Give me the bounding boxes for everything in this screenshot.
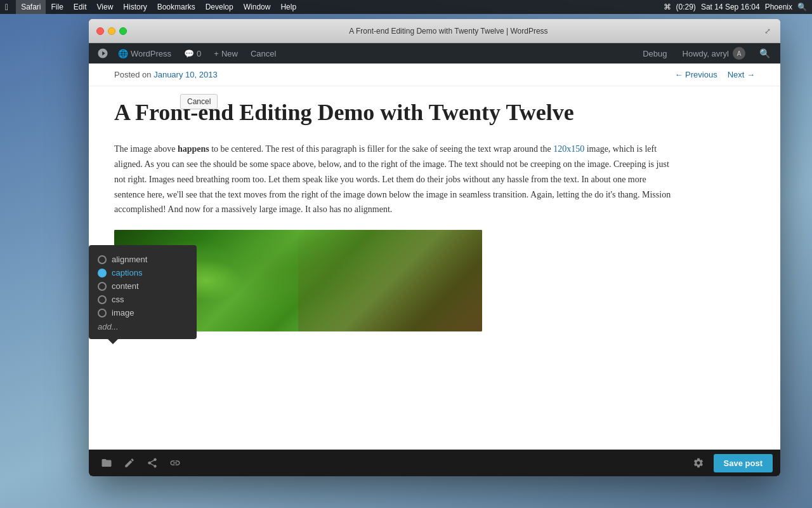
wp-logo-svg — [97, 48, 108, 59]
content-label: content — [112, 281, 139, 291]
alignment-icon — [98, 255, 107, 264]
wordpress-logo[interactable] — [94, 43, 112, 64]
admin-bar-cancel[interactable]: Cancel — [244, 43, 282, 64]
post-date-link[interactable]: January 10, 2013 — [154, 70, 217, 79]
howdy-label: Howdy, avryl — [683, 49, 729, 58]
menu-bookmarks[interactable]: Bookmarks — [152, 0, 200, 14]
content-icon — [98, 282, 107, 291]
admin-search-icon[interactable]: 🔍 — [754, 48, 775, 58]
image-icon — [98, 309, 107, 318]
browser-window: A Front-end Editing Demo with Twenty Twe… — [89, 19, 780, 476]
post-nav-links: ← Previous Next → — [674, 70, 755, 79]
menu-help[interactable]: Help — [275, 0, 301, 14]
datetime: Sat 14 Sep 16:04 — [701, 3, 760, 11]
menu-history[interactable]: History — [118, 0, 152, 14]
panel-item-content[interactable]: content — [98, 279, 188, 293]
site-name: WordPress — [131, 49, 171, 58]
menu-safari[interactable]: Safari — [16, 0, 46, 14]
menu-file[interactable]: File — [46, 0, 68, 14]
image-size-link[interactable]: 120x150 — [553, 144, 584, 154]
panel-add[interactable]: add... — [98, 322, 188, 331]
admin-bar-right: Debug Howdy, avryl A 🔍 — [636, 47, 775, 60]
new-label: New — [221, 49, 238, 58]
menu-develop[interactable]: Develop — [200, 0, 239, 14]
settings-button[interactable] — [688, 453, 709, 473]
image-label: image — [112, 308, 134, 318]
editing-panel: alignment captions content css — [89, 245, 197, 339]
menubar-right: ⌘ (0:29) Sat 14 Sep 16:04 Phoenix 🔍 — [664, 3, 807, 11]
browser-content: Posted on January 10, 2013 ← Previous Ne… — [89, 64, 780, 476]
folder-tool-button[interactable] — [96, 453, 117, 473]
captions-icon — [98, 269, 107, 277]
previous-post-link[interactable]: ← Previous — [674, 70, 717, 79]
admin-bar-site[interactable]: 🌐 WordPress — [112, 43, 178, 64]
cancel-overlay-button[interactable]: Cancel — [180, 94, 218, 109]
admin-bar-new[interactable]: + New — [207, 43, 244, 64]
admin-bar-comments[interactable]: 💬 0 — [178, 43, 207, 64]
browser-title: A Front-end Editing Demo with Twenty Twe… — [134, 27, 763, 36]
post-main: Cancel A Front-end Editing Demo with Twe… — [89, 86, 698, 357]
posted-on-label: Posted on — [114, 70, 152, 79]
panel-item-image[interactable]: image — [98, 306, 188, 319]
location: Phoenix — [765, 3, 792, 11]
user-avatar: A — [733, 47, 745, 60]
bold-text: happens — [178, 144, 209, 154]
save-post-button[interactable]: Save post — [714, 454, 773, 472]
captions-label: captions — [112, 268, 142, 277]
next-post-link[interactable]: Next → — [728, 70, 755, 79]
share-tool-button[interactable] — [142, 453, 162, 473]
browser-titlebar: A Front-end Editing Demo with Twenty Twe… — [89, 19, 780, 43]
debug-link[interactable]: Debug — [636, 49, 673, 58]
folder-icon — [101, 457, 112, 469]
traffic-lights — [96, 27, 127, 35]
close-button[interactable] — [96, 27, 104, 35]
post-paragraph: The image above happens to be centered. … — [114, 142, 672, 217]
share-icon — [147, 457, 158, 469]
css-label: css — [112, 295, 124, 304]
mac-menubar:  Safari File Edit View History Bookmark… — [0, 0, 812, 14]
panel-item-alignment[interactable]: alignment — [98, 253, 188, 266]
battery-status: (0:29) — [676, 3, 696, 11]
expand-icon[interactable]: ⤢ — [763, 26, 773, 36]
cancel-label: Cancel — [251, 49, 276, 58]
link-tool-button[interactable] — [165, 453, 185, 473]
comments-label: 0 — [197, 49, 201, 58]
pencil-icon — [124, 457, 135, 469]
menu-view[interactable]: View — [92, 0, 119, 14]
post-body: The image above happens to be centered. … — [114, 142, 672, 217]
css-icon — [98, 295, 107, 304]
comments-icon: 💬 — [184, 49, 194, 58]
menu-window[interactable]: Window — [239, 0, 276, 14]
apple-menu[interactable]:  — [5, 2, 8, 12]
posted-on: Posted on January 10, 2013 — [114, 70, 218, 79]
user-menu[interactable]: Howdy, avryl A — [676, 47, 752, 60]
site-icon: 🌐 — [118, 49, 128, 58]
post-nav-bar: Posted on January 10, 2013 ← Previous Ne… — [89, 64, 780, 86]
desktop:  Safari File Edit View History Bookmark… — [0, 0, 812, 508]
settings-icon — [693, 457, 704, 469]
maximize-button[interactable] — [119, 27, 127, 35]
minimize-button[interactable] — [108, 27, 115, 35]
panel-item-css[interactable]: css — [98, 293, 188, 306]
link-icon — [169, 457, 181, 469]
panel-item-captions[interactable]: captions — [98, 266, 188, 279]
wifi-icon: ⌘ — [664, 3, 671, 11]
menu-edit[interactable]: Edit — [69, 0, 92, 14]
wp-admin-bar: 🌐 WordPress 💬 0 + New Cancel Debug Howdy… — [89, 43, 780, 64]
search-icon[interactable]: 🔍 — [797, 3, 807, 11]
alignment-label: alignment — [112, 255, 147, 264]
plus-icon: + — [214, 49, 219, 58]
edit-tool-button[interactable] — [119, 453, 140, 473]
bottom-toolbar: Save post — [89, 450, 780, 476]
post-area: Posted on January 10, 2013 ← Previous Ne… — [89, 64, 780, 450]
